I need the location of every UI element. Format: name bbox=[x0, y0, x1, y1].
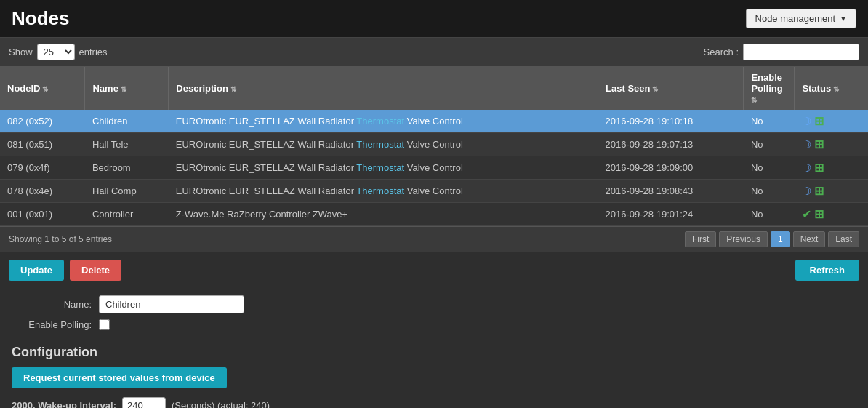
name-row: Name: bbox=[12, 295, 856, 313]
moon-icon: ☽ bbox=[802, 185, 811, 198]
cell-last-seen: 2016-09-28 19:09:00 bbox=[598, 156, 744, 180]
page-title: Nodes bbox=[12, 7, 69, 30]
entries-label: entries bbox=[79, 47, 108, 57]
cell-status: ✔⊞ bbox=[795, 203, 868, 226]
delete-button[interactable]: Delete bbox=[70, 260, 121, 281]
wakeup-suffix: (Seconds) (actual: 240) bbox=[172, 400, 270, 408]
moon-icon: ☽ bbox=[802, 115, 811, 128]
cell-status: ☽⊞ bbox=[795, 180, 868, 203]
cell-name: Hall Tele bbox=[85, 133, 169, 156]
show-label: Show bbox=[9, 47, 33, 57]
form-area: Name: Enable Polling: bbox=[0, 288, 868, 340]
cell-enable-polling: No bbox=[744, 156, 795, 180]
wakeup-row: 2000. Wake-up Interval: (Seconds) (actua… bbox=[12, 397, 856, 408]
table-row[interactable]: 079 (0x4f)BedroomEUROtronic EUR_STELLAZ … bbox=[0, 156, 868, 180]
plus-icon: ⊞ bbox=[814, 137, 824, 151]
cell-name: Children bbox=[85, 110, 169, 133]
cell-description: Z-Wave.Me RaZberry Controller ZWave+ bbox=[169, 203, 598, 226]
table-row[interactable]: 001 (0x01)ControllerZ-Wave.Me RaZberry C… bbox=[0, 203, 868, 226]
moon-icon: ☽ bbox=[802, 138, 811, 151]
first-page-button[interactable]: First bbox=[685, 231, 716, 247]
col-name[interactable]: Name bbox=[85, 67, 169, 110]
cell-nodeid: 001 (0x01) bbox=[0, 203, 85, 226]
cell-name: Bedroom bbox=[85, 156, 169, 180]
previous-page-button[interactable]: Previous bbox=[719, 231, 768, 247]
action-bar-left: Update Delete bbox=[9, 260, 121, 281]
cell-last-seen: 2016-09-28 19:07:13 bbox=[598, 133, 744, 156]
plus-icon: ⊞ bbox=[814, 207, 824, 221]
table-body: 082 (0x52)ChildrenEUROtronic EUR_STELLAZ… bbox=[0, 110, 868, 226]
cell-description: EUROtronic EUR_STELLAZ Wall Radiator The… bbox=[169, 156, 598, 180]
entries-select[interactable]: 25 10 50 100 bbox=[37, 44, 75, 60]
cell-last-seen: 2016-09-28 19:01:24 bbox=[598, 203, 744, 226]
wakeup-input[interactable] bbox=[122, 397, 166, 408]
pagination: First Previous 1 Next Last bbox=[685, 231, 859, 247]
next-page-button[interactable]: Next bbox=[793, 231, 826, 247]
cell-nodeid: 079 (0x4f) bbox=[0, 156, 85, 180]
cell-enable-polling: No bbox=[744, 133, 795, 156]
search-input[interactable] bbox=[743, 44, 859, 60]
table-row[interactable]: 081 (0x51)Hall TeleEUROtronic EUR_STELLA… bbox=[0, 133, 868, 156]
cell-enable-polling: No bbox=[744, 180, 795, 203]
check-icon: ✔ bbox=[802, 207, 811, 221]
page-number-button[interactable]: 1 bbox=[771, 231, 790, 247]
plus-icon: ⊞ bbox=[814, 184, 824, 198]
request-values-button[interactable]: Request current stored values from devic… bbox=[12, 367, 227, 388]
col-description[interactable]: Description bbox=[169, 67, 598, 110]
action-bar: Update Delete Refresh bbox=[0, 252, 868, 288]
moon-icon: ☽ bbox=[802, 161, 811, 175]
cell-enable-polling: No bbox=[744, 203, 795, 226]
showing-text: Showing 1 to 5 of 5 entries bbox=[9, 234, 112, 244]
cell-nodeid: 082 (0x52) bbox=[0, 110, 85, 133]
cell-description: EUROtronic EUR_STELLAZ Wall Radiator The… bbox=[169, 180, 598, 203]
name-label: Name: bbox=[12, 299, 99, 310]
col-nodeid[interactable]: NodeID bbox=[0, 67, 85, 110]
col-last-seen[interactable]: Last Seen bbox=[598, 67, 744, 110]
last-page-button[interactable]: Last bbox=[828, 231, 859, 247]
refresh-button[interactable]: Refresh bbox=[795, 260, 859, 281]
col-status[interactable]: Status bbox=[795, 67, 868, 110]
plus-icon: ⊞ bbox=[814, 161, 824, 175]
enable-polling-checkbox[interactable] bbox=[99, 319, 110, 330]
search-bar: Search : bbox=[704, 44, 859, 60]
footer-bar: Showing 1 to 5 of 5 entries First Previo… bbox=[0, 226, 868, 252]
table-row[interactable]: 082 (0x52)ChildrenEUROtronic EUR_STELLAZ… bbox=[0, 110, 868, 133]
configuration-section: Configuration Request current stored val… bbox=[0, 340, 868, 408]
node-management-button[interactable]: Node management bbox=[746, 9, 856, 28]
cell-last-seen: 2016-09-28 19:10:18 bbox=[598, 110, 744, 133]
update-button[interactable]: Update bbox=[9, 260, 64, 281]
cell-enable-polling: No bbox=[744, 110, 795, 133]
table-container: NodeID Name Description Last Seen Enable… bbox=[0, 67, 868, 226]
cell-status: ☽⊞ bbox=[795, 133, 868, 156]
nodes-table: NodeID Name Description Last Seen Enable… bbox=[0, 67, 868, 226]
cell-description: EUROtronic EUR_STELLAZ Wall Radiator The… bbox=[169, 110, 598, 133]
search-label: Search : bbox=[704, 47, 739, 57]
table-row[interactable]: 078 (0x4e)Hall CompEUROtronic EUR_STELLA… bbox=[0, 180, 868, 203]
cell-last-seen: 2016-09-28 19:08:43 bbox=[598, 180, 744, 203]
enable-polling-row: Enable Polling: bbox=[12, 319, 856, 330]
configuration-title: Configuration bbox=[12, 345, 856, 360]
enable-polling-label: Enable Polling: bbox=[12, 319, 99, 330]
col-enable-polling[interactable]: EnablePolling bbox=[744, 67, 795, 110]
show-entries: Show 25 10 50 100 entries bbox=[9, 44, 108, 60]
wakeup-label: 2000. Wake-up Interval: bbox=[12, 400, 116, 408]
cell-name: Hall Comp bbox=[85, 180, 169, 203]
cell-status: ☽⊞ bbox=[795, 156, 868, 180]
cell-name: Controller bbox=[85, 203, 169, 226]
cell-nodeid: 078 (0x4e) bbox=[0, 180, 85, 203]
header: Nodes Node management bbox=[0, 0, 868, 38]
cell-status: ☽⊞ bbox=[795, 110, 868, 133]
cell-description: EUROtronic EUR_STELLAZ Wall Radiator The… bbox=[169, 133, 598, 156]
controls-bar: Show 25 10 50 100 entries Search : bbox=[0, 38, 868, 67]
table-header-row: NodeID Name Description Last Seen Enable… bbox=[0, 67, 868, 110]
name-input[interactable] bbox=[99, 295, 244, 313]
cell-nodeid: 081 (0x51) bbox=[0, 133, 85, 156]
plus-icon: ⊞ bbox=[814, 114, 824, 128]
